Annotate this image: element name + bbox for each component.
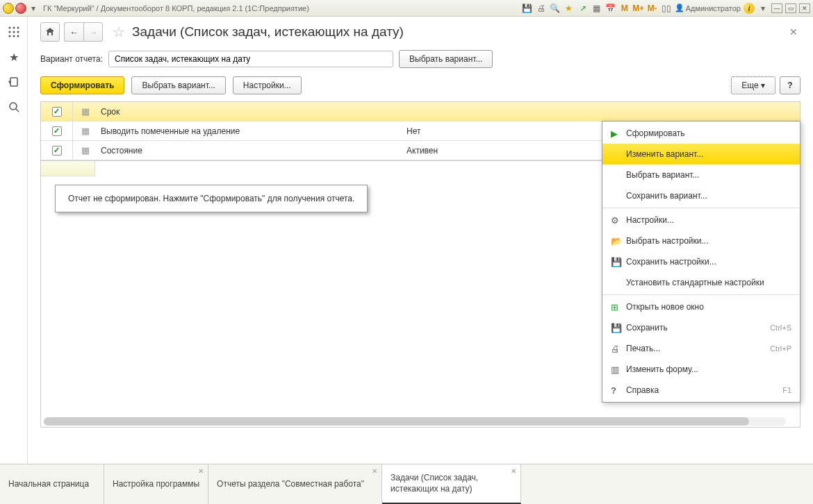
checkbox-icon[interactable]: ✓ (52, 107, 62, 117)
calendar-param-icon: ▦ (81, 126, 90, 136)
close-page-button[interactable]: ✕ (787, 24, 800, 40)
search-icon[interactable] (7, 100, 21, 114)
sidebar: ★ (0, 17, 28, 464)
page-header: ← → ☆ Задачи (Список задач, истекающих н… (40, 22, 800, 42)
menu-item-label: Изменить форму... (626, 364, 791, 374)
svg-point-7 (13, 35, 15, 37)
calc-icon[interactable]: ▦ (591, 3, 602, 14)
window-title: ГК "Меркурий" / Документооборот 8 КОРП, … (43, 4, 309, 12)
play-icon: ▶ (611, 128, 626, 139)
tab-close-icon[interactable]: ✕ (511, 467, 516, 475)
logo-icon (3, 3, 14, 14)
menu-item[interactable]: ⚙Настройки... (602, 210, 800, 230)
bottom-tab[interactable]: Отчеты раздела "Совместная работа"✕ (208, 464, 382, 504)
help-button[interactable]: ? (780, 76, 800, 94)
menu-item-label: Открыть новое окно (626, 302, 791, 312)
maximize-button[interactable]: ▭ (785, 3, 796, 13)
menu-item[interactable]: 🖨Печать...Ctrl+P (602, 338, 800, 359)
close-window-button[interactable]: ✕ (799, 3, 810, 13)
svg-rect-9 (10, 78, 17, 86)
svg-point-10 (10, 103, 17, 110)
tab-label: Начальная страница (8, 479, 89, 490)
generate-button[interactable]: Сформировать (40, 76, 124, 94)
checkbox-icon[interactable]: ✓ (52, 146, 62, 156)
choose-variant-button[interactable]: Выбрать вариант... (399, 50, 493, 68)
tab-close-icon[interactable]: ✕ (372, 467, 377, 475)
star-icon[interactable]: ★ (7, 50, 21, 64)
bottom-tab[interactable]: Задачи (Список задач, истекающих на дату… (382, 464, 521, 504)
svg-point-8 (17, 35, 19, 37)
minimize-button[interactable]: — (771, 3, 782, 13)
menu-item[interactable]: Сохранить вариант... (602, 185, 800, 206)
svg-point-2 (17, 27, 19, 29)
menu-item-label: Сохранить вариант... (626, 191, 791, 201)
choose-variant-button-2[interactable]: Выбрать вариант... (131, 76, 225, 94)
dropdown-caret-icon[interactable]: ▾ (28, 3, 39, 14)
user-label[interactable]: 👤 Администратор (675, 3, 741, 12)
favorite-icon[interactable]: ★ (564, 3, 575, 14)
favorite-star-icon[interactable]: ☆ (113, 24, 125, 40)
menu-item-shortcut: Ctrl+S (770, 324, 791, 332)
tab-close-icon[interactable]: ✕ (198, 467, 204, 475)
svg-point-1 (13, 27, 15, 29)
user-name: Администратор (686, 4, 741, 12)
param-row[interactable]: ✓ ▦ Срок (41, 102, 800, 121)
menu-item[interactable]: 💾СохранитьCtrl+S (602, 317, 800, 338)
horizontal-scrollbar[interactable] (44, 417, 786, 426)
bottom-tab[interactable]: Настройка программы✕ (104, 464, 208, 504)
new-window-icon: ⊞ (611, 302, 626, 312)
menu-item[interactable]: ⊞Открыть новое окно (602, 296, 800, 317)
preview-icon[interactable]: 🔍 (550, 3, 561, 14)
tab-label: Настройка программы (113, 479, 199, 490)
info-caret-icon[interactable]: ▾ (757, 3, 769, 14)
menu-item-label: Печать... (626, 344, 770, 353)
print-icon[interactable]: 🖨 (536, 3, 547, 14)
menu-separator (602, 294, 800, 295)
m-button[interactable]: M (619, 3, 630, 14)
content-area: ← → ☆ Задачи (Список задач, истекающих н… (28, 17, 813, 464)
bottom-tabs: Начальная страницаНастройка программы✕От… (0, 464, 813, 504)
home-button[interactable] (40, 22, 60, 42)
menu-item[interactable]: 💾Сохранить настройки... (602, 251, 800, 272)
settings-button[interactable]: Настройки... (233, 76, 302, 94)
history-icon[interactable] (7, 75, 21, 89)
variant-label: Вариант отчета: (40, 54, 103, 64)
back-button[interactable]: ← (64, 22, 83, 42)
bottom-tab[interactable]: Начальная страница (0, 464, 104, 504)
menu-item[interactable]: 📂Выбрать настройки... (602, 230, 800, 251)
menu-item[interactable]: ▶Сформировать (602, 123, 800, 144)
svg-point-4 (13, 31, 15, 33)
menu-item[interactable]: ?СправкаF1 (602, 380, 800, 401)
svg-point-3 (8, 31, 10, 33)
report-message: Отчет не сформирован. Нажмите "Сформиров… (55, 185, 368, 212)
user-icon: 👤 (675, 3, 684, 12)
menu-item-label: Настройки... (626, 215, 791, 225)
save-icon[interactable]: 💾 (522, 3, 533, 14)
link-icon[interactable]: ↗ (577, 3, 589, 14)
menu-item-label: Изменить вариант... (626, 149, 791, 159)
menu-item[interactable]: Установить стандартные настройки (602, 272, 800, 293)
titlebar-tools: 💾 🖨 🔍 ★ ↗ ▦ 📅 M M+ M- ▯▯ 👤 Администратор… (522, 3, 810, 14)
calendar-icon[interactable]: 📅 (605, 3, 616, 14)
more-button[interactable]: Еще ▾ (731, 76, 775, 94)
save-settings-icon: 💾 (611, 257, 626, 267)
svg-line-11 (16, 109, 19, 112)
info-icon[interactable]: i (744, 3, 755, 14)
menu-item-shortcut: F1 (782, 386, 791, 394)
variant-input[interactable] (108, 51, 393, 67)
menu-item[interactable]: Выбрать вариант... (602, 165, 800, 185)
forward-button[interactable]: → (83, 22, 103, 42)
checkbox-icon[interactable]: ✓ (52, 126, 62, 136)
menu-item[interactable]: Изменить вариант... (602, 144, 800, 165)
m-plus-button[interactable]: M+ (633, 3, 644, 14)
system-menu-icon[interactable] (15, 3, 26, 14)
m-minus-button[interactable]: M- (647, 3, 658, 14)
calendar-param-icon: ▦ (81, 145, 90, 156)
svg-point-5 (17, 31, 19, 33)
save-icon: 💾 (611, 323, 626, 333)
variant-row: Вариант отчета: Выбрать вариант... (40, 50, 800, 68)
menu-item[interactable]: ▥Изменить форму... (602, 359, 800, 380)
panels-icon[interactable]: ▯▯ (661, 3, 672, 14)
menu-item-label: Справка (626, 385, 782, 395)
apps-icon[interactable] (7, 25, 21, 39)
